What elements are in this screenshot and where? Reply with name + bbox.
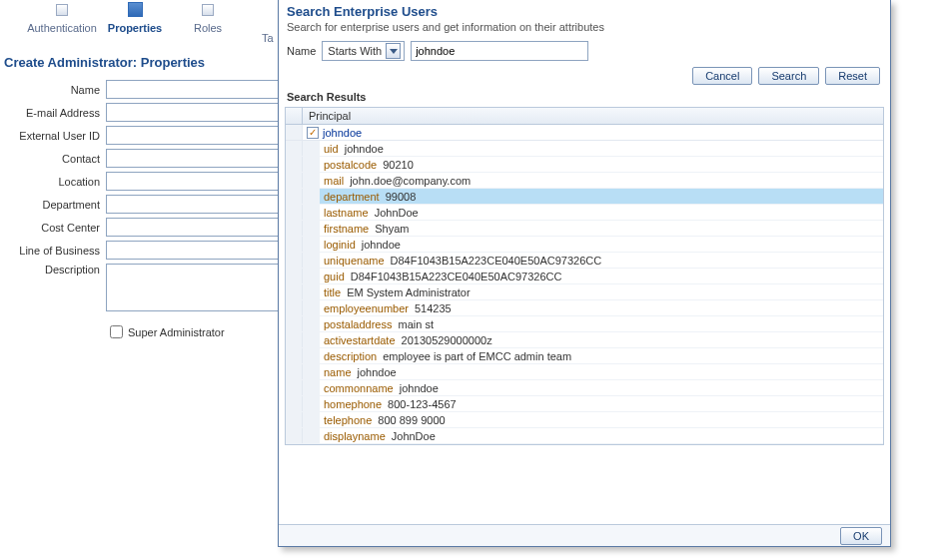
principal-row[interactable]: ✓ johndoe [286,125,883,141]
super-admin-checkbox[interactable] [110,325,123,338]
attribute-key: loginid [320,239,356,251]
attribute-row[interactable]: postaladdressmain st [286,316,883,332]
attribute-row[interactable]: postalcode90210 [286,157,883,173]
attribute-row[interactable]: employeenumber514235 [286,300,883,316]
attribute-key: postaladdress [320,318,393,330]
column-principal: Principal [303,110,351,122]
search-button[interactable]: Search [758,67,819,85]
attribute-value: johndoe [352,366,397,378]
label-description: Description [4,264,106,276]
email-field[interactable] [106,103,280,122]
label-department: Department [4,199,106,211]
attribute-row[interactable]: department99008 [286,189,883,205]
contact-field[interactable] [106,149,280,168]
attribute-value: 99008 [380,191,417,203]
results-table-header: Principal [285,107,884,125]
attribute-key: name [320,366,352,378]
search-input[interactable] [411,41,588,61]
attribute-value: JohnDoe [386,430,436,442]
attribute-row[interactable]: lastnameJohnDoe [286,205,883,221]
attribute-row[interactable]: loginidjohndoe [286,237,883,253]
step-authentication[interactable]: Authentication [56,4,68,18]
attribute-row[interactable]: mailjohn.doe@company.com [286,173,883,189]
attribute-row[interactable]: uidjohndoe [286,141,883,157]
department-field[interactable] [106,195,280,214]
search-name-label: Name [287,45,316,57]
properties-form: Name E-mail Address External User ID Con… [4,80,280,311]
page-title: Create Administrator: Properties [4,55,280,70]
chevron-down-icon [386,43,401,59]
step-roles[interactable]: Roles [202,4,214,18]
step-label: Properties [108,22,162,34]
attribute-key: homephone [320,398,382,410]
attribute-value: johndoe [394,382,439,394]
attribute-value: johndoe [339,143,384,155]
step-properties[interactable]: Properties [128,4,142,19]
label-external-id: External User ID [4,130,106,142]
attribute-value: john.doe@company.com [344,175,471,187]
attribute-value: JohnDoe [369,207,419,219]
step-box-icon [202,4,214,16]
attribute-row[interactable]: guidD84F1043B15A223CE040E50AC97326CC [286,269,883,284]
attribute-value: johndoe [356,239,401,251]
attribute-value: EM System Administrator [341,286,470,298]
label-contact: Contact [4,153,106,165]
principal-name: johndoe [323,127,362,139]
principal-checkbox[interactable]: ✓ [307,127,319,139]
operator-select[interactable]: Starts With [322,41,405,61]
label-email: E-mail Address [4,107,106,119]
attribute-value: main st [393,318,434,330]
step-cutoff: Ta [262,32,274,44]
attribute-value: 90210 [377,159,414,171]
wizard-pane: Authentication Properties Roles Ta Creat… [0,0,280,338]
attribute-row[interactable]: namejohndoe [286,364,883,380]
attribute-key: lastname [320,207,369,219]
attribute-value: D84F1043B15A223CE040E50AC97326CC [345,271,562,282]
attribute-key: mail [320,175,344,187]
attribute-key: title [320,286,341,298]
label-location: Location [4,176,106,188]
attribute-key: postalcode [320,159,377,171]
attribute-row[interactable]: displaynameJohnDoe [286,428,883,444]
search-users-dialog: Search Enterprise Users Search for enter… [278,0,891,547]
attribute-row[interactable]: commonnamejohndoe [286,380,883,396]
attribute-row[interactable]: uniquenameD84F1043B15A223CE040E50AC97326… [286,253,883,269]
attribute-value: employee is part of EMCC admin team [377,350,571,362]
lob-field[interactable] [106,241,280,260]
attribute-value: 514235 [409,302,452,314]
step-label: Authentication [27,22,97,34]
attribute-row[interactable]: titleEM System Administrator [286,284,883,300]
dialog-footer: OK [279,524,890,546]
wizard-steps: Authentication Properties Roles [0,4,280,19]
location-field[interactable] [106,172,280,191]
attribute-value: D84F1043B15A223CE040E50AC97326CC [385,255,602,267]
name-field[interactable] [106,80,280,99]
attribute-value: 800-123-4567 [382,398,457,410]
attribute-row[interactable]: telephone800 899 9000 [286,412,883,428]
attribute-row[interactable]: descriptionemployee is part of EMCC admi… [286,348,883,364]
ok-button[interactable]: OK [840,527,882,545]
attribute-key: firstname [320,223,369,235]
super-admin-label: Super Administrator [128,326,225,338]
description-field[interactable] [106,264,280,311]
attribute-value: 800 899 9000 [372,414,445,426]
attribute-key: uniquename [320,255,385,267]
attribute-key: activestartdate [320,334,396,346]
label-cost-center: Cost Center [4,222,106,234]
attribute-value: Shyam [369,223,409,235]
attribute-key: commonname [320,382,394,394]
label-lob: Line of Business [4,245,106,257]
label-name: Name [4,84,106,96]
attribute-value: 20130529000000z [396,334,492,346]
attribute-key: telephone [320,414,372,426]
attribute-row[interactable]: firstnameShyam [286,221,883,237]
external-id-field[interactable] [106,126,280,145]
attribute-key: displayname [320,430,386,442]
attribute-key: employeenumber [320,302,409,314]
reset-button[interactable]: Reset [825,67,880,85]
attribute-key: description [320,350,377,362]
cost-center-field[interactable] [106,218,280,237]
cancel-button[interactable]: Cancel [692,67,752,85]
attribute-row[interactable]: activestartdate20130529000000z [286,332,883,348]
attribute-row[interactable]: homephone800-123-4567 [286,396,883,412]
